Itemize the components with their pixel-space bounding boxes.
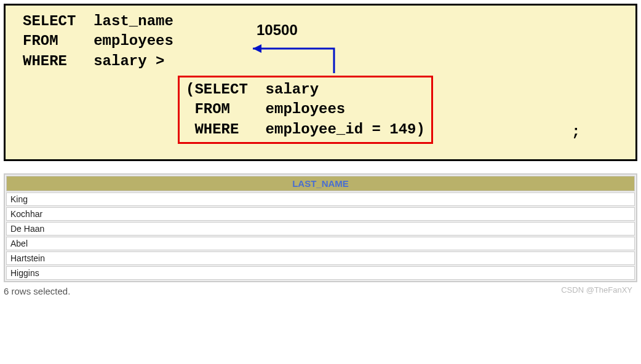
table-row: King (6, 192, 635, 206)
cell: De Haan (6, 222, 635, 235)
cell: Hartstein (6, 251, 635, 265)
subquery-result-annotation: 10500 (257, 20, 298, 40)
cell: Kochhar (6, 207, 635, 221)
cell: King (6, 192, 635, 206)
sql-code-panel: SELECT last_name FROM employees WHERE sa… (4, 4, 637, 161)
result-area: LAST_NAME King Kochhar De Haan Abel Hart… (4, 173, 637, 295)
watermark-text: CSDN @TheFanXY (4, 285, 637, 295)
cell: Abel (6, 237, 635, 250)
table-row: Higgins (6, 266, 635, 280)
table-row: De Haan (6, 222, 635, 235)
cell: Higgins (6, 266, 635, 280)
result-table: LAST_NAME King Kochhar De Haan Abel Hart… (4, 173, 637, 282)
terminator-semicolon: ; (571, 122, 580, 142)
column-header-last-name: LAST_NAME (6, 176, 635, 191)
outer-query-text: SELECT last_name FROM employees WHERE sa… (23, 12, 173, 71)
subquery-box: (SELECT salary FROM employees WHERE empl… (178, 76, 433, 144)
table-row: Abel (6, 237, 635, 250)
arrow-icon (248, 42, 340, 76)
table-row: Hartstein (6, 251, 635, 265)
table-row: Kochhar (6, 207, 635, 221)
